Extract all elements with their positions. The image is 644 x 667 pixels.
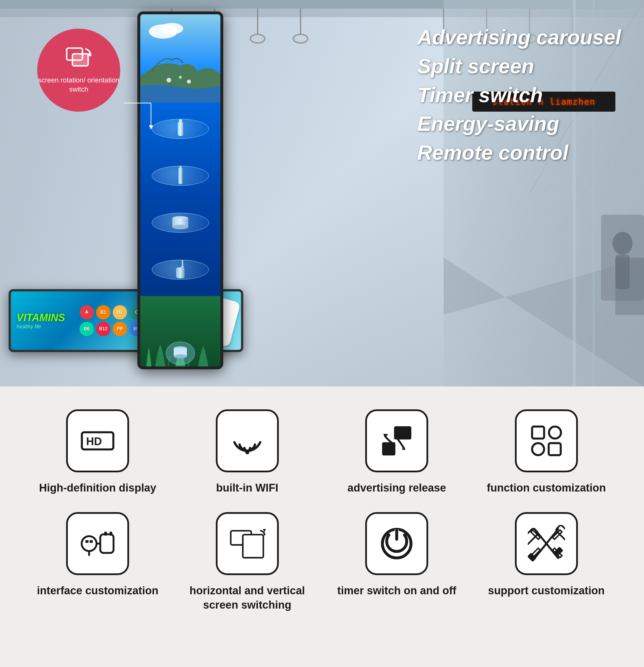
svg-point-9: [293, 34, 308, 43]
svg-point-64: [549, 426, 561, 439]
svg-rect-72: [104, 532, 107, 536]
vitamins-title: VITAMINS: [17, 311, 74, 324]
hero-section: station h liamzhen screen rotation/ orie…: [0, 0, 644, 387]
support-custom-label: support customization: [488, 584, 605, 598]
function-custom-label: function customization: [487, 481, 606, 495]
feature-line-2: Split screen: [417, 52, 621, 81]
svg-rect-59: [394, 426, 411, 439]
interface-custom-label: interface customization: [37, 584, 158, 598]
svg-rect-66: [549, 443, 561, 455]
hd-display-icon-box: HD: [66, 409, 129, 472]
timer-switch-icon-box: [365, 512, 428, 575]
features-grid: HD High-definition display built-in: [29, 409, 615, 612]
rotation-badge: screen rotation/ orientation switch: [37, 29, 120, 112]
hero-features-text: Advertising carousel Split screen Timer …: [417, 23, 621, 167]
svg-point-47: [172, 225, 188, 229]
svg-rect-42: [178, 122, 183, 136]
feature-support-custom: support customization: [477, 512, 616, 612]
svg-rect-44: [178, 167, 183, 184]
svg-point-55: [174, 354, 187, 358]
svg-marker-34: [149, 125, 153, 130]
svg-rect-68: [86, 540, 89, 543]
feature-timer-switch: timer switch on and off: [328, 512, 466, 612]
svg-rect-43: [180, 166, 181, 167]
feature-line-4: Energy-saving: [417, 109, 621, 138]
feature-line-1: Advertising carousel: [417, 23, 621, 52]
ad-release-label: advertising release: [347, 481, 446, 495]
svg-rect-69: [89, 540, 93, 543]
function-custom-icon-box: [515, 409, 578, 472]
svg-rect-50: [176, 267, 185, 278]
svg-rect-63: [532, 426, 544, 439]
display-top-section: [140, 14, 220, 102]
interface-custom-icon-box: [66, 512, 129, 575]
svg-rect-76: [243, 535, 263, 558]
svg-point-7: [250, 34, 265, 43]
svg-rect-41: [179, 119, 182, 122]
display-bottom-section: [140, 296, 220, 367]
vitamins-subtitle: healthy life: [17, 324, 74, 330]
feature-line-5: Remote control: [417, 138, 621, 167]
arrow-indicator: [112, 102, 169, 131]
svg-rect-60: [382, 442, 395, 455]
hd-display-label: High-definition display: [39, 481, 156, 495]
screen-switch-icon-box: [216, 512, 279, 575]
svg-point-65: [532, 443, 544, 455]
rotation-icon: [64, 47, 93, 73]
svg-rect-48: [182, 260, 183, 266]
svg-point-40: [187, 80, 191, 84]
svg-rect-30: [72, 54, 88, 66]
product-3: [152, 213, 209, 233]
screen-switch-label: horizontal and vertical screen switching: [178, 584, 317, 612]
svg-point-58: [245, 450, 249, 454]
feature-function-custom: function customization: [477, 409, 616, 495]
vertical-display: [137, 12, 223, 369]
svg-rect-71: [100, 535, 114, 553]
wifi-icon-box: [216, 409, 279, 472]
timer-switch-label: timer switch on and off: [337, 584, 456, 598]
product-4: [152, 260, 209, 280]
feature-line-3: Timer switch: [417, 81, 621, 110]
feature-wifi: built-in WIFI: [178, 409, 317, 495]
wifi-label: built-in WIFI: [216, 481, 278, 495]
svg-point-37: [160, 23, 183, 34]
svg-point-38: [167, 78, 171, 82]
svg-point-25: [612, 232, 632, 255]
svg-point-39: [179, 76, 182, 79]
svg-rect-26: [615, 255, 630, 289]
svg-rect-73: [110, 532, 112, 536]
badge-label: screen rotation/ orientation switch: [37, 76, 120, 93]
svg-text:HD: HD: [86, 435, 102, 448]
feature-interface-custom: interface customization: [29, 512, 167, 612]
svg-point-67: [82, 536, 97, 551]
vertical-screen-content: [140, 14, 220, 367]
support-custom-icon-box: [515, 512, 578, 575]
feature-ad-release: advertising release: [328, 409, 466, 495]
feature-screen-switch: horizontal and vertical screen switching: [178, 512, 317, 612]
feature-hd-display: HD High-definition display: [29, 409, 167, 495]
features-section: HD High-definition display built-in: [0, 387, 644, 667]
svg-rect-49: [181, 266, 184, 267]
product-2: [152, 166, 209, 186]
ad-release-icon-box: [365, 409, 428, 472]
svg-rect-81: [555, 525, 565, 547]
